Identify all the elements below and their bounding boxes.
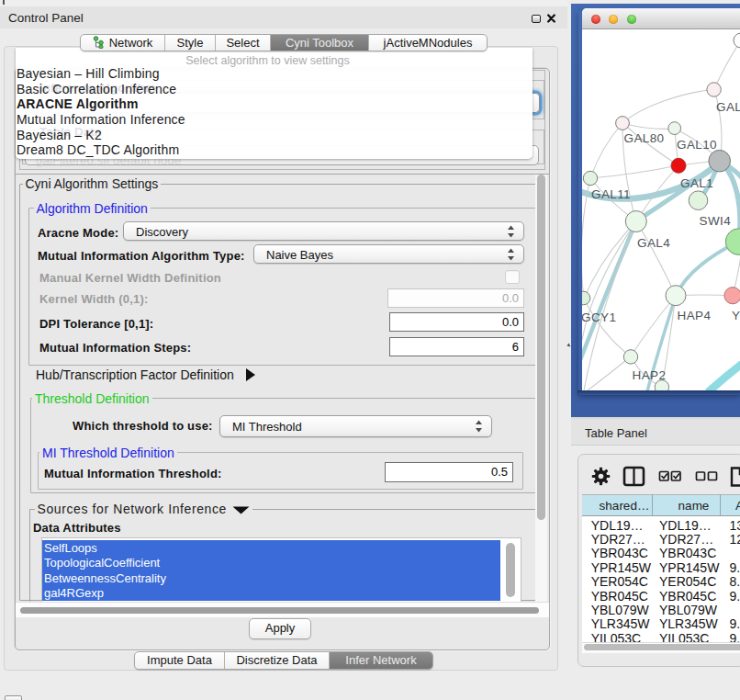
svg-text:GAL2: GAL2: [716, 100, 740, 114]
svg-text:HAP4: HAP4: [678, 309, 712, 322]
svg-text:SWI4: SWI4: [700, 214, 732, 228]
svg-text:GAL4: GAL4: [637, 236, 670, 250]
svg-text:GCY1: GCY1: [582, 310, 616, 324]
svg-text:GAL11: GAL11: [591, 187, 631, 201]
svg-text:HAP2: HAP2: [633, 368, 667, 382]
svg-text:GAL1: GAL1: [680, 176, 713, 190]
svg-text:GAL10: GAL10: [677, 138, 717, 152]
svg-text:Y: Y: [732, 309, 740, 322]
svg-text:GAL80: GAL80: [624, 131, 665, 145]
